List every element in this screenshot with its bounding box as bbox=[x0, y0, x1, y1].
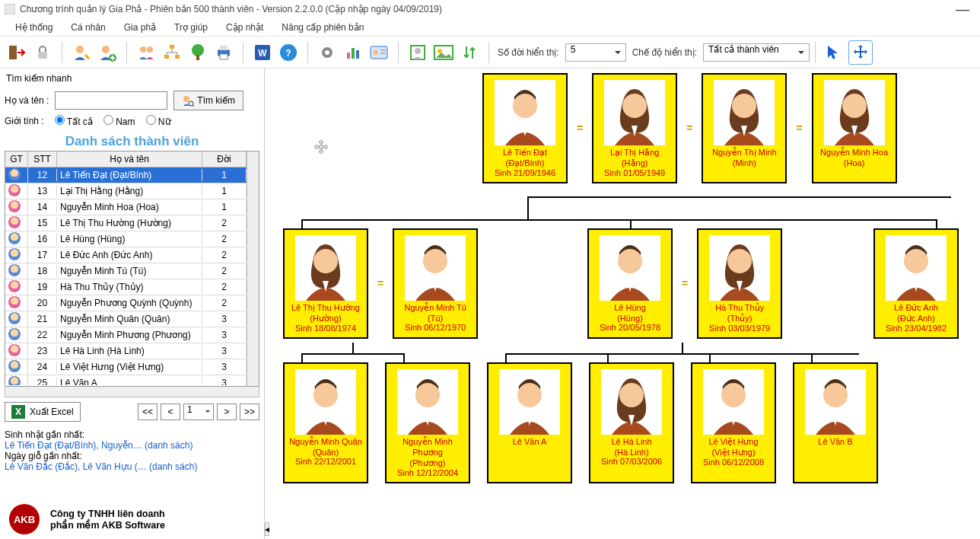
person-card[interactable]: Lê Việt Hưng(Việt Hưng)Sinh 06/12/2008 bbox=[691, 362, 776, 483]
avatar bbox=[886, 235, 947, 301]
id-card-icon[interactable] bbox=[367, 40, 391, 65]
name-input[interactable] bbox=[55, 91, 167, 110]
person-name: Nguyễn Minh Quân bbox=[288, 435, 364, 448]
org-chart-icon[interactable] bbox=[160, 40, 184, 65]
help-icon[interactable]: ? bbox=[276, 40, 301, 65]
person-card[interactable]: Nguyễn Minh Quân(Quân)Sinh 22/12/2001 bbox=[283, 362, 368, 483]
menu-upgrade[interactable]: Nâng cấp phiên bản bbox=[274, 21, 371, 34]
person-name: Hà Thu Thủy bbox=[702, 301, 778, 314]
tree-canvas[interactable]: Lê Tiến Đạt(Đạt/Bính)Sinh 21/09/1946=Lại… bbox=[265, 69, 980, 539]
table-row[interactable]: 22Nguyễn Minh Phương (Phương)3 bbox=[5, 327, 247, 343]
person-card[interactable]: Lê Hà Linh(Hà Linh)Sinh 07/03/2006 bbox=[589, 362, 674, 483]
table-row[interactable]: 19Hà Thu Thủy (Thủy)2 bbox=[5, 279, 247, 295]
menu-system[interactable]: Hệ thống bbox=[8, 21, 60, 34]
table-row[interactable]: 24Lê Việt Hưng (Việt Hưng)3 bbox=[5, 359, 247, 375]
male-icon bbox=[8, 248, 21, 260]
swap-icon[interactable] bbox=[457, 40, 482, 65]
portrait-icon[interactable] bbox=[406, 40, 430, 65]
export-excel-button[interactable]: X Xuất Excel bbox=[5, 402, 81, 422]
table-row[interactable]: 25Lê Văn A3 bbox=[5, 375, 247, 385]
add-person-icon[interactable] bbox=[95, 40, 119, 65]
family-icon[interactable] bbox=[134, 40, 158, 65]
table-row[interactable]: 21Nguyễn Minh Quân (Quân)3 bbox=[5, 311, 247, 327]
svg-line-34 bbox=[192, 105, 194, 107]
chart-icon[interactable] bbox=[341, 40, 365, 65]
table-row[interactable]: 15Lê Thị Thu Hường (Hường)2 bbox=[5, 215, 247, 231]
person-card[interactable]: Nguyễn Minh Tú(Tú)Sinh 06/12/1970 bbox=[393, 228, 478, 339]
quick-search-title: Tìm kiếm nhanh bbox=[5, 72, 259, 88]
death-link[interactable]: Lê Văn Đắc (Đắc), Lê Văn Hựu (… (danh sá… bbox=[5, 461, 259, 472]
word-export-icon[interactable]: W bbox=[250, 40, 275, 65]
pager-first[interactable]: << bbox=[138, 403, 158, 420]
gender-all[interactable]: Tất cả bbox=[55, 115, 93, 127]
col-gt[interactable]: GT bbox=[5, 151, 28, 167]
gear-icon[interactable] bbox=[315, 40, 339, 65]
table-row[interactable]: 13Lại Thị Hằng (Hằng)1 bbox=[5, 183, 247, 199]
person-card[interactable]: Lê Thị Thu Hường(Hường)Sinh 18/08/1974 bbox=[283, 228, 368, 339]
pager-page[interactable]: 1 bbox=[183, 403, 214, 420]
splitter-handle[interactable]: ◂ bbox=[265, 522, 269, 536]
table-row[interactable]: 16Lê Hùng (Hùng)2 bbox=[5, 231, 247, 247]
birthday-link[interactable]: Lê Tiến Đạt (Đạt/Bính), Nguyễn… (danh sá… bbox=[5, 440, 259, 451]
table-row[interactable]: 12Lê Tiến Đạt (Đạt/Bính)1 bbox=[5, 167, 247, 183]
person-card[interactable]: Nguyễn Thị Minh(Minh) bbox=[702, 73, 787, 183]
person-name: Lê Việt Hưng bbox=[695, 435, 772, 448]
person-card[interactable]: Lê Đức Anh(Đức Anh)Sinh 23/04/1982 bbox=[873, 228, 959, 339]
female-icon bbox=[8, 216, 21, 228]
menu-help[interactable]: Trợ giúp bbox=[167, 21, 215, 34]
svg-rect-23 bbox=[356, 50, 359, 59]
person-nick: (Quân) bbox=[288, 448, 364, 457]
member-grid[interactable]: GT STT Họ và tên Đời 12Lê Tiến Đạt (Đạt/… bbox=[5, 151, 259, 387]
grid-hscrollbar[interactable] bbox=[5, 387, 259, 397]
gender-female[interactable]: Nữ bbox=[146, 115, 171, 127]
window-minimize-button[interactable]: — bbox=[950, 2, 975, 18]
svg-point-52 bbox=[727, 249, 752, 273]
menu-update[interactable]: Cập nhật bbox=[218, 21, 271, 34]
person-card[interactable]: Lê Hùng(Hùng)Sinh 20/05/1978 bbox=[587, 228, 673, 339]
display-mode-combo[interactable]: Tất cả thành viên bbox=[703, 43, 810, 62]
image-icon[interactable] bbox=[431, 40, 456, 65]
print-icon[interactable] bbox=[212, 40, 236, 65]
search-button[interactable]: Tìm kiếm bbox=[173, 91, 243, 110]
spouse-link-icon: = bbox=[577, 122, 583, 134]
svg-rect-1 bbox=[38, 52, 47, 59]
pager-prev[interactable]: < bbox=[161, 403, 180, 420]
col-stt[interactable]: STT bbox=[28, 151, 57, 167]
person-card[interactable]: Lại Thị Hằng(Hằng)Sinh 01/05/1949 bbox=[592, 73, 677, 183]
female-icon bbox=[8, 200, 21, 212]
table-row[interactable]: 18Nguyễn Minh Tú (Tú)2 bbox=[5, 263, 247, 279]
table-row[interactable]: 17Lê Đức Anh (Đức Anh)2 bbox=[5, 247, 247, 263]
table-row[interactable]: 14Nguyễn Minh Hoa (Hoa)1 bbox=[5, 199, 247, 215]
avatar bbox=[709, 235, 770, 301]
menu-person[interactable]: Cá nhân bbox=[63, 21, 113, 34]
grid-scrollbar[interactable] bbox=[247, 151, 259, 386]
person-card[interactable]: Lê Văn B bbox=[793, 362, 878, 483]
avatar bbox=[397, 369, 458, 435]
edit-person-icon[interactable] bbox=[69, 40, 94, 65]
menu-tree[interactable]: Gia phả bbox=[116, 21, 164, 34]
pointer-tool-icon[interactable] bbox=[821, 40, 845, 65]
pager-last[interactable]: >> bbox=[240, 403, 259, 420]
tree-icon[interactable] bbox=[186, 40, 210, 65]
person-birth: Sinh 12/12/2004 bbox=[390, 468, 466, 477]
col-name[interactable]: Họ và tên bbox=[57, 151, 202, 167]
move-handle-icon[interactable] bbox=[310, 137, 332, 158]
svg-point-46 bbox=[313, 249, 338, 273]
person-card[interactable]: Nguyễn Minh Hoa(Hoa) bbox=[812, 73, 897, 183]
person-card[interactable]: Nguyễn Minh Phương(Phương)Sinh 12/12/200… bbox=[385, 362, 470, 483]
pager-next[interactable]: > bbox=[217, 403, 237, 420]
col-gen[interactable]: Đời bbox=[202, 151, 247, 167]
table-row[interactable]: 23Lê Hà Linh (Hà Linh)3 bbox=[5, 343, 247, 359]
lock-icon[interactable] bbox=[30, 40, 55, 65]
person-nick: (Tú) bbox=[397, 314, 473, 323]
generation-combo[interactable]: 5 bbox=[565, 43, 626, 62]
gender-male[interactable]: Nam bbox=[103, 115, 135, 127]
avatar bbox=[601, 369, 662, 435]
person-nick: (Đức Anh) bbox=[878, 314, 954, 324]
person-card[interactable]: Lê Văn A bbox=[487, 362, 572, 483]
person-card[interactable]: Lê Tiến Đạt(Đạt/Bính)Sinh 21/09/1946 bbox=[482, 73, 568, 183]
move-tool-icon[interactable] bbox=[848, 40, 873, 65]
person-card[interactable]: Hà Thu Thủy(Thủy)Sinh 03/03/1979 bbox=[697, 228, 782, 339]
exit-icon[interactable] bbox=[5, 40, 29, 65]
table-row[interactable]: 20Nguyễn Phương Quỳnh (Quỳnh)2 bbox=[5, 295, 247, 311]
